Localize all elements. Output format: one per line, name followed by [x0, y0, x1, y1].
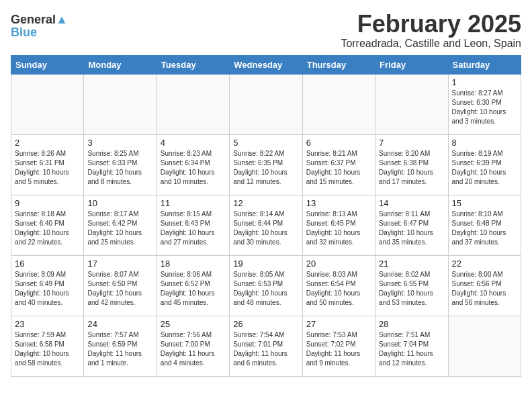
- day-number: 25: [161, 319, 226, 329]
- day-number: 28: [379, 319, 444, 329]
- day-info: Sunrise: 8:23 AM Sunset: 6:34 PM Dayligh…: [161, 149, 226, 187]
- day-info: Sunrise: 8:17 AM Sunset: 6:42 PM Dayligh…: [87, 210, 152, 247]
- calendar-cell: 5Sunrise: 8:22 AM Sunset: 6:35 PM Daylig…: [230, 134, 302, 195]
- calendar-cell: 20Sunrise: 8:03 AM Sunset: 6:54 PM Dayli…: [302, 255, 375, 316]
- day-number: 27: [306, 319, 371, 329]
- title-block: February 2025 Torreadrada, Castille and …: [341, 11, 521, 50]
- day-info: Sunrise: 8:26 AM Sunset: 6:31 PM Dayligh…: [15, 149, 80, 187]
- day-info: Sunrise: 8:09 AM Sunset: 6:49 PM Dayligh…: [15, 270, 80, 308]
- calendar-cell: 21Sunrise: 8:02 AM Sunset: 6:55 PM Dayli…: [375, 255, 448, 316]
- calendar-cell: 16Sunrise: 8:09 AM Sunset: 6:49 PM Dayli…: [11, 255, 84, 316]
- day-info: Sunrise: 8:03 AM Sunset: 6:54 PM Dayligh…: [306, 270, 371, 308]
- day-info: Sunrise: 8:20 AM Sunset: 6:38 PM Dayligh…: [379, 149, 444, 187]
- calendar-cell: [11, 74, 84, 134]
- calendar-cell: 8Sunrise: 8:19 AM Sunset: 6:39 PM Daylig…: [448, 134, 521, 195]
- calendar-header-friday: Friday: [375, 55, 448, 74]
- calendar-header-saturday: Saturday: [448, 55, 521, 74]
- day-number: 16: [15, 259, 80, 269]
- calendar-header-wednesday: Wednesday: [230, 55, 302, 74]
- calendar-cell: [302, 74, 375, 134]
- calendar-cell: 10Sunrise: 8:17 AM Sunset: 6:42 PM Dayli…: [84, 195, 157, 255]
- day-number: 24: [87, 319, 152, 329]
- calendar-week-4: 16Sunrise: 8:09 AM Sunset: 6:49 PM Dayli…: [11, 255, 521, 316]
- day-info: Sunrise: 7:51 AM Sunset: 7:04 PM Dayligh…: [379, 330, 444, 368]
- day-info: Sunrise: 8:07 AM Sunset: 6:50 PM Dayligh…: [87, 270, 152, 308]
- day-number: 13: [306, 198, 371, 208]
- day-number: 6: [306, 138, 371, 148]
- day-number: 18: [161, 259, 226, 269]
- day-number: 7: [379, 138, 444, 148]
- day-info: Sunrise: 8:15 AM Sunset: 6:43 PM Dayligh…: [161, 210, 226, 247]
- calendar-cell: 17Sunrise: 8:07 AM Sunset: 6:50 PM Dayli…: [84, 255, 157, 316]
- calendar-cell: 1Sunrise: 8:27 AM Sunset: 6:30 PM Daylig…: [448, 74, 521, 134]
- day-info: Sunrise: 8:18 AM Sunset: 6:40 PM Dayligh…: [15, 210, 80, 247]
- calendar-cell: 18Sunrise: 8:06 AM Sunset: 6:52 PM Dayli…: [157, 255, 229, 316]
- day-info: Sunrise: 8:14 AM Sunset: 6:44 PM Dayligh…: [233, 210, 298, 247]
- day-info: Sunrise: 7:57 AM Sunset: 6:59 PM Dayligh…: [87, 330, 152, 368]
- day-info: Sunrise: 8:10 AM Sunset: 6:48 PM Dayligh…: [452, 210, 517, 247]
- day-info: Sunrise: 8:05 AM Sunset: 6:53 PM Dayligh…: [233, 270, 298, 308]
- day-number: 11: [161, 198, 226, 208]
- day-info: Sunrise: 8:21 AM Sunset: 6:37 PM Dayligh…: [306, 149, 371, 187]
- day-number: 1: [452, 77, 517, 87]
- calendar-header-monday: Monday: [84, 55, 157, 74]
- day-number: 26: [233, 319, 298, 329]
- day-info: Sunrise: 8:06 AM Sunset: 6:52 PM Dayligh…: [161, 270, 226, 308]
- calendar-cell: 2Sunrise: 8:26 AM Sunset: 6:31 PM Daylig…: [11, 134, 84, 195]
- day-info: Sunrise: 8:02 AM Sunset: 6:55 PM Dayligh…: [379, 270, 444, 308]
- day-number: 10: [87, 198, 152, 208]
- calendar-cell: [84, 74, 157, 134]
- calendar-cell: 23Sunrise: 7:59 AM Sunset: 6:58 PM Dayli…: [11, 316, 84, 376]
- day-number: 5: [233, 138, 298, 148]
- day-number: 17: [87, 259, 152, 269]
- day-info: Sunrise: 7:53 AM Sunset: 7:02 PM Dayligh…: [306, 330, 371, 368]
- calendar-cell: 22Sunrise: 8:00 AM Sunset: 6:56 PM Dayli…: [448, 255, 521, 316]
- calendar-week-3: 9Sunrise: 8:18 AM Sunset: 6:40 PM Daylig…: [11, 195, 521, 255]
- calendar-header-sunday: Sunday: [11, 55, 84, 74]
- calendar-header-tuesday: Tuesday: [157, 55, 229, 74]
- day-number: 12: [233, 198, 298, 208]
- day-number: 2: [15, 138, 80, 148]
- day-info: Sunrise: 7:56 AM Sunset: 7:00 PM Dayligh…: [161, 330, 226, 368]
- calendar-cell: 13Sunrise: 8:13 AM Sunset: 6:45 PM Dayli…: [302, 195, 375, 255]
- calendar-cell: [157, 74, 229, 134]
- day-info: Sunrise: 8:25 AM Sunset: 6:33 PM Dayligh…: [87, 149, 152, 187]
- calendar-header-row: SundayMondayTuesdayWednesdayThursdayFrid…: [11, 55, 521, 74]
- calendar-cell: [448, 316, 521, 376]
- day-number: 4: [161, 138, 226, 148]
- calendar-cell: 12Sunrise: 8:14 AM Sunset: 6:44 PM Dayli…: [230, 195, 302, 255]
- calendar-cell: 14Sunrise: 8:11 AM Sunset: 6:47 PM Dayli…: [375, 195, 448, 255]
- day-number: 23: [15, 319, 80, 329]
- subtitle: Torreadrada, Castille and Leon, Spain: [341, 38, 521, 50]
- day-number: 3: [87, 138, 152, 148]
- calendar-cell: 9Sunrise: 8:18 AM Sunset: 6:40 PM Daylig…: [11, 195, 84, 255]
- calendar-cell: [230, 74, 302, 134]
- calendar-cell: 24Sunrise: 7:57 AM Sunset: 6:59 PM Dayli…: [84, 316, 157, 376]
- calendar-week-1: 1Sunrise: 8:27 AM Sunset: 6:30 PM Daylig…: [11, 74, 521, 134]
- calendar-cell: 4Sunrise: 8:23 AM Sunset: 6:34 PM Daylig…: [157, 134, 229, 195]
- day-info: Sunrise: 7:54 AM Sunset: 7:01 PM Dayligh…: [233, 330, 298, 368]
- day-number: 21: [379, 259, 444, 269]
- calendar-cell: 7Sunrise: 8:20 AM Sunset: 6:38 PM Daylig…: [375, 134, 448, 195]
- calendar-cell: 19Sunrise: 8:05 AM Sunset: 6:53 PM Dayli…: [230, 255, 302, 316]
- day-number: 9: [15, 198, 80, 208]
- day-info: Sunrise: 7:59 AM Sunset: 6:58 PM Dayligh…: [15, 330, 80, 368]
- calendar-cell: 28Sunrise: 7:51 AM Sunset: 7:04 PM Dayli…: [375, 316, 448, 376]
- day-info: Sunrise: 8:19 AM Sunset: 6:39 PM Dayligh…: [452, 149, 517, 187]
- day-info: Sunrise: 8:22 AM Sunset: 6:35 PM Dayligh…: [233, 149, 298, 187]
- calendar-week-5: 23Sunrise: 7:59 AM Sunset: 6:58 PM Dayli…: [11, 316, 521, 376]
- day-number: 14: [379, 198, 444, 208]
- calendar-cell: 3Sunrise: 8:25 AM Sunset: 6:33 PM Daylig…: [84, 134, 157, 195]
- day-number: 8: [452, 138, 517, 148]
- calendar-header-thursday: Thursday: [302, 55, 375, 74]
- calendar-cell: 25Sunrise: 7:56 AM Sunset: 7:00 PM Dayli…: [157, 316, 229, 376]
- main-title: February 2025: [341, 11, 521, 38]
- day-number: 20: [306, 259, 371, 269]
- day-number: 22: [452, 259, 517, 269]
- day-info: Sunrise: 8:00 AM Sunset: 6:56 PM Dayligh…: [452, 270, 517, 308]
- calendar-cell: 26Sunrise: 7:54 AM Sunset: 7:01 PM Dayli…: [230, 316, 302, 376]
- calendar-table: SundayMondayTuesdayWednesdayThursdayFrid…: [11, 55, 521, 377]
- logo: General▲ Blue: [11, 13, 68, 40]
- logo-text: General▲: [11, 13, 68, 27]
- day-info: Sunrise: 8:11 AM Sunset: 6:47 PM Dayligh…: [379, 210, 444, 247]
